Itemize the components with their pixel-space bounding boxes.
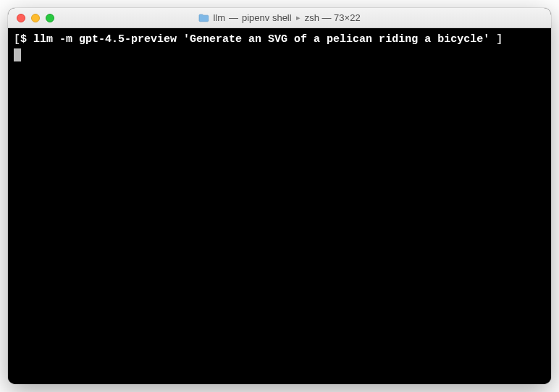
- terminal-window: llm — pipenv shell ▸ zsh — 73×22 [$ llm …: [8, 8, 551, 384]
- title-separator: —: [229, 12, 238, 23]
- prompt-right-bracket: ]: [496, 33, 503, 47]
- title-chevron-icon: ▸: [296, 13, 300, 22]
- traffic-lights: [8, 14, 54, 22]
- prompt-left-bracket: [: [14, 33, 20, 47]
- cursor: [14, 48, 21, 61]
- close-button[interactable]: [17, 14, 25, 22]
- title-shell-dims: zsh — 73×22: [305, 12, 361, 23]
- terminal-body[interactable]: [$ llm -m gpt-4.5-preview 'Generate an S…: [8, 28, 551, 384]
- prompt-symbol: $: [20, 33, 27, 47]
- minimize-button[interactable]: [31, 14, 40, 22]
- prompt-line: [$ llm -m gpt-4.5-preview 'Generate an S…: [14, 33, 545, 47]
- title-process: pipenv shell: [242, 12, 292, 23]
- zoom-button[interactable]: [46, 14, 54, 22]
- titlebar[interactable]: llm — pipenv shell ▸ zsh — 73×22: [8, 8, 551, 28]
- folder-icon: [198, 14, 209, 22]
- title-folder: llm: [213, 12, 225, 23]
- cursor-row: [14, 48, 545, 63]
- window-title: llm — pipenv shell ▸ zsh — 73×22: [8, 12, 551, 23]
- command-text: llm -m gpt-4.5-preview 'Generate an SVG …: [33, 33, 489, 47]
